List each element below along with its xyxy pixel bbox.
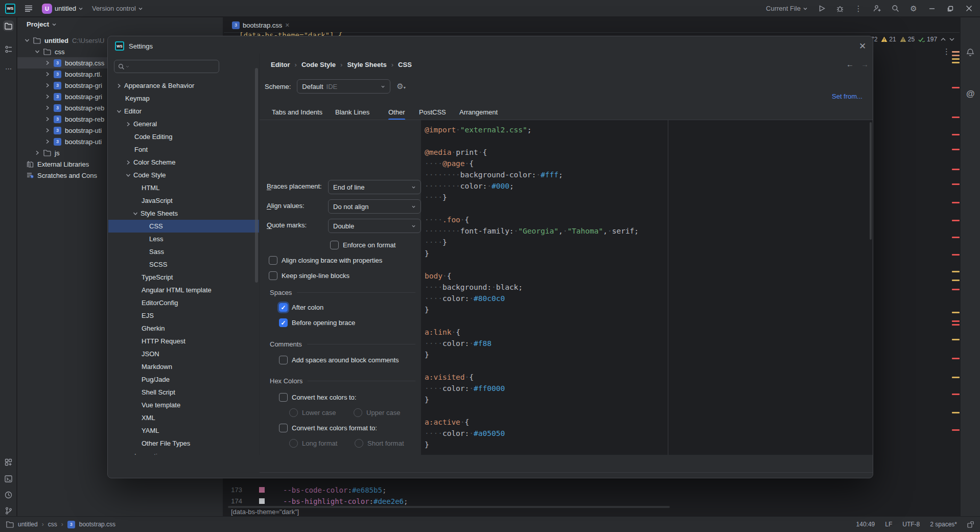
more-tool-windows-icon[interactable]: ⋯ bbox=[3, 63, 14, 74]
settings-tree-item-inspections[interactable]: Inspections bbox=[108, 450, 259, 455]
inspections-widget[interactable]: 72 21 25 197 bbox=[865, 36, 954, 43]
settings-tree-item-sass[interactable]: Sass bbox=[108, 245, 259, 258]
settings-breadcrumb-item[interactable]: Style Sheets bbox=[347, 61, 386, 68]
option-keep-single-line-blocks[interactable]: Keep single-line blocks bbox=[269, 271, 349, 280]
settings-tab-blank-lines[interactable]: Blank Lines bbox=[335, 105, 369, 119]
back-arrow-icon[interactable]: ← bbox=[846, 60, 854, 68]
stripe-mark[interactable] bbox=[952, 429, 960, 431]
option-after-colon[interactable]: ✓After colon bbox=[279, 303, 323, 312]
option-enforce-on-format[interactable]: Enforce on format bbox=[330, 241, 395, 249]
settings-tree-item-general[interactable]: General bbox=[108, 118, 259, 130]
settings-tree-item-code-style[interactable]: Code Style bbox=[108, 169, 259, 181]
editor-breadcrumb[interactable]: [data-bs-theme="dark"] bbox=[231, 508, 299, 516]
stripe-mark[interactable] bbox=[952, 324, 960, 326]
checkbox-checked[interactable]: ✓ bbox=[279, 318, 288, 327]
maximize-icon[interactable] bbox=[946, 5, 954, 13]
stripe-mark[interactable] bbox=[952, 220, 960, 221]
settings-tree-item-javascript[interactable]: JavaScript bbox=[108, 194, 259, 207]
notifications-bell-icon[interactable] bbox=[966, 48, 974, 57]
settings-tree-item-http-request[interactable]: HTTP Request bbox=[108, 335, 259, 348]
collab-add-user-icon[interactable] bbox=[873, 5, 881, 13]
preview-scrollbar[interactable] bbox=[870, 122, 872, 240]
settings-breadcrumb-item[interactable]: Code Style bbox=[301, 61, 336, 68]
write-access-icon[interactable] bbox=[967, 521, 974, 528]
stripe-mark[interactable] bbox=[952, 202, 960, 203]
search-everywhere-icon[interactable] bbox=[891, 5, 899, 13]
option-convert-hex-colors-to-[interactable]: Convert hex colors to: bbox=[279, 393, 356, 402]
run-icon[interactable] bbox=[818, 5, 826, 13]
stripe-mark[interactable] bbox=[952, 271, 960, 272]
settings-tab-postcss[interactable]: PostCSS bbox=[419, 105, 446, 119]
settings-tree-item-shell-script[interactable]: Shell Script bbox=[108, 386, 259, 399]
stripe-mark[interactable] bbox=[952, 358, 960, 359]
scheme-gear-icon[interactable]: ⚙▾ bbox=[396, 82, 405, 91]
option-before-opening-brace[interactable]: ✓Before opening brace bbox=[279, 318, 355, 327]
stripe-mark[interactable] bbox=[952, 280, 960, 281]
status-breadcrumb-item[interactable]: untitled bbox=[18, 521, 38, 528]
forward-arrow-icon[interactable]: → bbox=[861, 60, 869, 68]
recent-clock-icon[interactable] bbox=[3, 490, 14, 500]
checkbox-unchecked[interactable] bbox=[330, 241, 339, 249]
settings-breadcrumb-item[interactable]: Editor bbox=[271, 61, 290, 68]
settings-tree-item-vue-template[interactable]: Vue template bbox=[108, 399, 259, 411]
stripe-mark[interactable] bbox=[952, 394, 960, 395]
dropdown-quote-marks-[interactable]: Double bbox=[328, 219, 421, 233]
stripe-mark[interactable] bbox=[952, 134, 960, 135]
settings-tree-item-ejs[interactable]: EJS bbox=[108, 309, 259, 322]
color-swatch[interactable] bbox=[259, 498, 265, 504]
settings-tree-item-editor[interactable]: Editor bbox=[108, 105, 259, 118]
settings-tree-item-html[interactable]: HTML bbox=[108, 181, 259, 194]
settings-tree-item-json[interactable]: JSON bbox=[108, 348, 259, 360]
checkbox-checked[interactable]: ✓ bbox=[279, 303, 288, 312]
settings-gear-icon[interactable]: ⚙ bbox=[909, 5, 918, 13]
stripe-mark[interactable] bbox=[952, 58, 960, 60]
stripe-mark[interactable] bbox=[952, 412, 960, 413]
debug-icon[interactable] bbox=[836, 5, 844, 13]
checkbox-unchecked[interactable] bbox=[269, 271, 277, 280]
stripe-mark[interactable] bbox=[952, 55, 960, 56]
option-convert-hex-colors-format-to-[interactable]: Convert hex colors format to: bbox=[279, 424, 377, 432]
ai-assistant-icon[interactable]: @ bbox=[966, 89, 975, 99]
main-menu-hamburger-icon[interactable] bbox=[25, 5, 33, 13]
settings-tree-item-pug-jade[interactable]: Pug/Jade bbox=[108, 373, 259, 386]
stripe-mark[interactable] bbox=[952, 289, 960, 290]
settings-tree-item-keymap[interactable]: Keymap bbox=[108, 92, 259, 105]
stripe-mark[interactable] bbox=[952, 237, 960, 238]
settings-tree-item-font[interactable]: Font bbox=[108, 143, 259, 156]
tab-close-icon[interactable]: × bbox=[285, 21, 289, 29]
settings-tree-item-markdown[interactable]: Markdown bbox=[108, 360, 259, 373]
settings-tab-arrangement[interactable]: Arrangement bbox=[459, 105, 498, 119]
status-breadcrumb-item[interactable]: css bbox=[48, 521, 57, 528]
stripe-mark[interactable] bbox=[952, 117, 960, 118]
settings-tree-item-color-scheme[interactable]: Color Scheme bbox=[108, 156, 259, 169]
settings-tab-other[interactable]: Other bbox=[388, 105, 405, 119]
checkbox-unchecked[interactable] bbox=[279, 424, 288, 432]
tab-bootstrap-css[interactable]: 3 bootstrap.css × bbox=[228, 17, 294, 33]
status-breadcrumb[interactable]: untitled›css›3bootstrap.css bbox=[6, 521, 115, 528]
color-swatch[interactable] bbox=[259, 487, 265, 493]
stripe-mark[interactable] bbox=[952, 149, 960, 150]
settings-tree-item-xml[interactable]: XML bbox=[108, 411, 259, 424]
close-window-icon[interactable] bbox=[965, 5, 973, 13]
services-icon[interactable] bbox=[3, 457, 14, 468]
status-widget[interactable]: LF bbox=[885, 521, 892, 528]
status-breadcrumb-item[interactable]: bootstrap.css bbox=[79, 521, 115, 528]
scheme-dropdown[interactable]: Default IDE bbox=[297, 79, 390, 94]
dropdown-braces-placement-[interactable]: End of line bbox=[328, 180, 421, 194]
set-from-link[interactable]: Set from... bbox=[832, 92, 862, 100]
settings-tree-item-css[interactable]: CSS bbox=[108, 220, 259, 233]
settings-breadcrumb-item[interactable]: CSS bbox=[398, 61, 412, 68]
git-branch-icon[interactable] bbox=[3, 505, 14, 516]
stripe-mark[interactable] bbox=[952, 87, 960, 88]
status-widget[interactable]: 2 spaces* bbox=[930, 521, 957, 528]
stripe-mark[interactable] bbox=[952, 377, 960, 378]
structure-icon[interactable] bbox=[3, 44, 14, 55]
settings-tree-item-typescript[interactable]: TypeScript bbox=[108, 271, 259, 284]
project-tool-window-icon[interactable] bbox=[3, 20, 14, 31]
option-add-spaces-around-block-comments[interactable]: Add spaces around block comments bbox=[279, 356, 399, 364]
status-widget[interactable]: UTF-8 bbox=[902, 521, 920, 528]
terminal-icon[interactable] bbox=[3, 473, 14, 484]
more-actions-icon[interactable]: ⋮ bbox=[854, 5, 862, 13]
project-panel-header[interactable]: Project bbox=[27, 20, 56, 28]
checkbox-unchecked[interactable] bbox=[279, 356, 288, 364]
